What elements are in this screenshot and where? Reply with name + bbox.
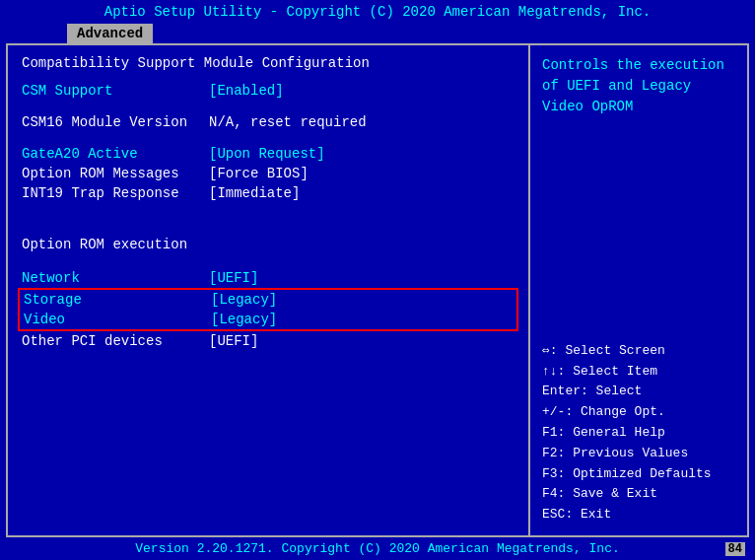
tab-row: Advanced bbox=[0, 22, 755, 43]
shortcut-f4: F4: Save & Exit bbox=[542, 484, 735, 505]
tab-advanced[interactable]: Advanced bbox=[67, 24, 153, 43]
network-label: Network bbox=[22, 270, 209, 286]
other-pci-row[interactable]: Other PCI devices [UEFI] bbox=[22, 331, 515, 351]
gatea20-row[interactable]: GateA20 Active [Upon Request] bbox=[22, 144, 515, 164]
option-rom-messages-value: [Force BIOS] bbox=[209, 166, 309, 181]
shortcut-change-opt: +/-: Change Opt. bbox=[542, 402, 735, 423]
shortcut-list: ⇔: Select Screen ↑↓: Select Item Enter: … bbox=[542, 341, 735, 525]
network-row[interactable]: Network [UEFI] bbox=[22, 268, 515, 288]
gatea20-label: GateA20 Active bbox=[22, 146, 209, 162]
csm-support-row[interactable]: CSM Support [Enabled] bbox=[22, 81, 515, 101]
title-bar: Aptio Setup Utility - Copyright (C) 2020… bbox=[0, 0, 755, 22]
corner-badge: 84 bbox=[725, 542, 745, 556]
shortcut-select-item: ↑↓: Select Item bbox=[542, 362, 735, 383]
help-text: Controls the execution of UEFI and Legac… bbox=[542, 55, 735, 117]
csm-support-value: [Enabled] bbox=[209, 83, 284, 99]
option-rom-messages-label: Option ROM Messages bbox=[22, 166, 209, 181]
video-row[interactable]: Video [Legacy] bbox=[24, 310, 513, 329]
left-panel: Compatibility Support Module Configurati… bbox=[8, 45, 530, 535]
network-value: [UEFI] bbox=[209, 270, 258, 286]
int19-row[interactable]: INT19 Trap Response [Immediate] bbox=[22, 183, 515, 203]
storage-row[interactable]: Storage [Legacy] bbox=[24, 290, 513, 310]
option-rom-messages-row[interactable]: Option ROM Messages [Force BIOS] bbox=[22, 164, 515, 183]
shortcut-f3: F3: Optimized Defaults bbox=[542, 464, 735, 485]
video-label: Video bbox=[24, 312, 211, 327]
shortcut-esc: ESC: Exit bbox=[542, 505, 735, 525]
gatea20-value: [Upon Request] bbox=[209, 146, 325, 162]
storage-value: [Legacy] bbox=[211, 292, 277, 308]
storage-label: Storage bbox=[24, 292, 211, 308]
section-title: Compatibility Support Module Configurati… bbox=[22, 55, 515, 71]
bottom-text: Version 2.20.1271. Copyright (C) 2020 Am… bbox=[135, 541, 619, 556]
csm16-row: CSM16 Module Version N/A, reset required bbox=[22, 112, 515, 132]
shortcut-select-screen: ⇔: Select Screen bbox=[542, 341, 735, 362]
rom-section-header: Option ROM execution bbox=[22, 237, 515, 252]
shortcut-enter: Enter: Select bbox=[542, 382, 735, 402]
highlight-box: Storage [Legacy] Video [Legacy] bbox=[18, 288, 518, 331]
shortcut-f1: F1: General Help bbox=[542, 423, 735, 444]
int19-label: INT19 Trap Response bbox=[22, 185, 209, 201]
csm-support-label: CSM Support bbox=[22, 83, 209, 99]
other-pci-value: [UEFI] bbox=[209, 333, 258, 349]
right-panel: Controls the execution of UEFI and Legac… bbox=[530, 45, 747, 535]
csm16-label: CSM16 Module Version bbox=[22, 114, 209, 130]
csm16-value: N/A, reset required bbox=[209, 114, 367, 130]
title-text: Aptio Setup Utility - Copyright (C) 2020… bbox=[104, 4, 652, 20]
shortcut-f2: F2: Previous Values bbox=[542, 444, 735, 464]
int19-value: [Immediate] bbox=[209, 185, 300, 201]
main-area: Compatibility Support Module Configurati… bbox=[6, 43, 749, 537]
video-value: [Legacy] bbox=[211, 312, 277, 327]
bottom-bar: Version 2.20.1271. Copyright (C) 2020 Am… bbox=[0, 537, 755, 560]
other-pci-label: Other PCI devices bbox=[22, 333, 209, 349]
